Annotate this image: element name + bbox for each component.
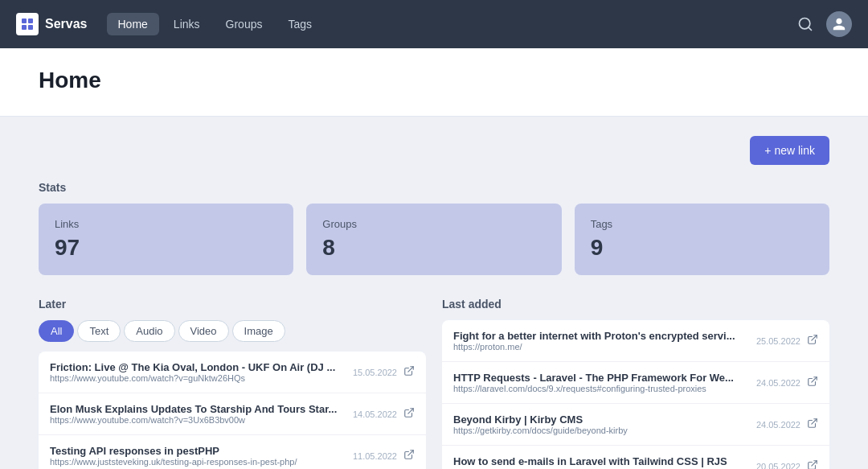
last-added-link-date-0: 25.05.2022: [756, 336, 800, 346]
last-added-link-title-0: Fight for a better internet with Proton'…: [453, 330, 756, 342]
later-link-info-1: Elon Musk Explains Updates To Starship A…: [50, 403, 353, 425]
last-added-link-item: Beyond Kirby | Kirby CMS https://getkirb…: [442, 404, 829, 446]
search-icon[interactable]: [797, 16, 813, 32]
last-added-link-item: Fight for a better internet with Proton'…: [442, 320, 829, 362]
last-added-link-url-0: https://proton.me/: [453, 342, 756, 352]
nav-links[interactable]: Links: [162, 13, 211, 35]
stats-grid: Links 97 Groups 8 Tags 9: [39, 204, 829, 275]
svg-line-8: [408, 450, 413, 455]
top-bar: + new link: [39, 136, 829, 165]
external-link-icon[interactable]: [807, 459, 818, 469]
svg-rect-1: [28, 19, 33, 23]
later-section: Later All Text Audio Video Image Frictio…: [39, 298, 426, 469]
later-link-date-0: 15.05.2022: [353, 368, 397, 377]
brand-icon: [16, 13, 39, 35]
later-link-list: Friction: Live @ The Kia Oval, London - …: [39, 352, 426, 469]
last-added-link-date-3: 20.05.2022: [756, 462, 800, 470]
svg-line-10: [812, 377, 817, 382]
last-added-link-item: HTTP Requests - Laravel - The PHP Framew…: [442, 362, 829, 404]
later-link-item: Testing API responses in pestPHP https:/…: [39, 435, 426, 469]
last-added-link-meta-1: 24.05.2022: [756, 376, 818, 389]
later-link-info-0: Friction: Live @ The Kia Oval, London - …: [50, 361, 353, 383]
last-added-link-title-2: Beyond Kirby | Kirby CMS: [453, 413, 756, 426]
filter-tab-text[interactable]: Text: [77, 320, 121, 342]
page-title: Home: [39, 68, 829, 93]
external-link-icon[interactable]: [807, 418, 818, 431]
last-added-link-date-1: 24.05.2022: [756, 378, 800, 388]
stat-label-groups: Groups: [322, 218, 545, 230]
external-link-icon[interactable]: [403, 449, 415, 463]
nav-right: [797, 11, 852, 37]
last-added-link-list: Fight for a better internet with Proton'…: [442, 320, 829, 469]
last-added-link-title-1: HTTP Requests - Laravel - The PHP Framew…: [453, 372, 756, 384]
last-added-link-meta-2: 24.05.2022: [756, 418, 818, 431]
svg-rect-2: [22, 25, 27, 30]
later-link-title-2: Testing API responses in pestPHP: [50, 445, 353, 457]
filter-tab-video[interactable]: Video: [178, 320, 229, 342]
stat-value-tags: 9: [591, 235, 813, 261]
later-link-item: Friction: Live @ The Kia Oval, London - …: [39, 352, 426, 393]
external-link-icon[interactable]: [403, 407, 415, 421]
later-link-title-0: Friction: Live @ The Kia Oval, London - …: [50, 361, 353, 373]
svg-rect-0: [22, 19, 27, 23]
new-link-button[interactable]: + new link: [750, 136, 829, 165]
later-link-item: Elon Musk Explains Updates To Starship A…: [39, 393, 426, 435]
filter-tab-audio[interactable]: Audio: [124, 320, 174, 342]
nav-links: Home Links Groups Tags: [107, 13, 779, 35]
nav-groups[interactable]: Groups: [215, 13, 274, 35]
svg-line-7: [408, 409, 413, 413]
later-link-url-1: https://www.youtube.com/watch?v=3Ux6B3bv…: [50, 415, 353, 425]
later-title: Later: [39, 298, 426, 311]
nav-home[interactable]: Home: [107, 13, 159, 35]
last-added-link-item: How to send e-mails in Laravel with Tail…: [442, 446, 829, 469]
svg-rect-3: [28, 25, 33, 30]
nav-tags[interactable]: Tags: [276, 13, 323, 35]
stat-value-groups: 8: [322, 235, 545, 261]
stat-value-links: 97: [55, 235, 277, 261]
last-added-link-meta-3: 20.05.2022: [756, 459, 818, 469]
last-added-title: Last added: [442, 298, 829, 311]
later-link-meta-2: 11.05.2022: [353, 449, 415, 463]
external-link-icon[interactable]: [403, 365, 415, 379]
last-added-link-info-0: Fight for a better internet with Proton'…: [453, 330, 756, 352]
stat-card-groups: Groups 8: [306, 204, 561, 275]
external-link-icon[interactable]: [807, 334, 818, 348]
filter-tab-all[interactable]: All: [39, 320, 74, 342]
stat-label-links: Links: [55, 218, 277, 230]
last-added-link-info-1: HTTP Requests - Laravel - The PHP Framew…: [453, 372, 756, 393]
navbar: Servas Home Links Groups Tags: [0, 0, 868, 48]
last-added-link-date-2: 24.05.2022: [756, 420, 800, 430]
svg-line-9: [812, 335, 817, 340]
later-link-meta-0: 15.05.2022: [353, 365, 415, 379]
brand: Servas: [16, 13, 88, 35]
last-added-link-title-3: How to send e-mails in Laravel with Tail…: [453, 455, 756, 467]
last-added-section: Last added Fight for a better internet w…: [442, 298, 829, 469]
last-added-link-url-1: https://laravel.com/docs/9.x/requests#co…: [453, 384, 756, 393]
later-link-url-2: https://www.juststeveking.uk/testing-api…: [50, 457, 353, 467]
last-added-link-info-2: Beyond Kirby | Kirby CMS https://getkirb…: [453, 413, 756, 435]
svg-line-12: [812, 461, 817, 466]
main-content: + new link Stats Links 97 Groups 8 Tags …: [0, 117, 868, 469]
svg-line-6: [408, 367, 413, 372]
later-link-url-0: https://www.youtube.com/watch?v=guNktw26…: [50, 373, 353, 383]
later-link-date-1: 14.05.2022: [353, 409, 397, 419]
stat-label-tags: Tags: [591, 218, 813, 230]
brand-name: Servas: [45, 17, 88, 31]
later-link-title-1: Elon Musk Explains Updates To Starship A…: [50, 403, 353, 415]
last-added-link-info-3: How to send e-mails in Laravel with Tail…: [453, 455, 756, 469]
stat-card-links: Links 97: [39, 204, 293, 275]
filter-tab-image[interactable]: Image: [232, 320, 285, 342]
stats-section-label: Stats: [39, 181, 829, 194]
avatar[interactable]: [826, 11, 852, 37]
filter-tabs: All Text Audio Video Image: [39, 320, 426, 342]
svg-line-11: [812, 419, 817, 424]
external-link-icon[interactable]: [807, 376, 818, 389]
svg-line-5: [809, 27, 812, 31]
last-added-link-meta-0: 25.05.2022: [756, 334, 818, 348]
page-header: Home: [0, 48, 868, 117]
last-added-link-url-2: https://getkirby.com/docs/guide/beyond-k…: [453, 426, 756, 435]
later-link-info-2: Testing API responses in pestPHP https:/…: [50, 445, 353, 467]
stat-card-tags: Tags 9: [575, 204, 829, 275]
later-link-meta-1: 14.05.2022: [353, 407, 415, 421]
two-col: Later All Text Audio Video Image Frictio…: [39, 298, 829, 469]
